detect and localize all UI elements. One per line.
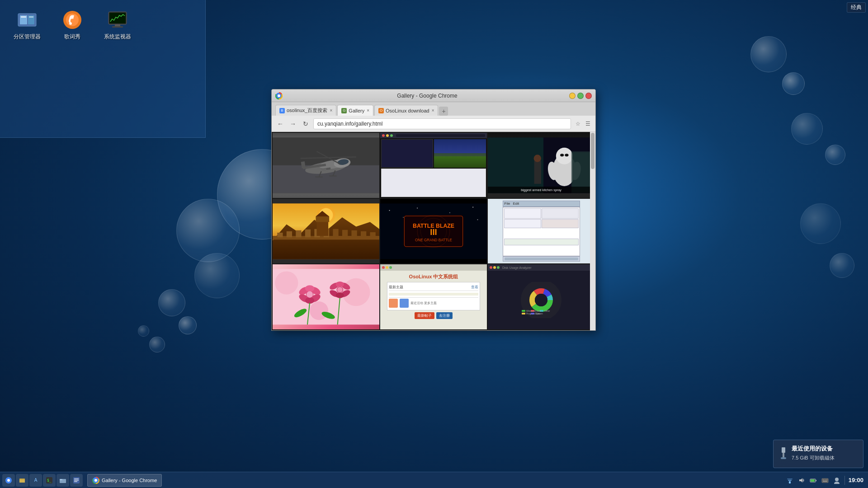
svg-text:Other: Other [544,310,550,312]
tab-baidu[interactable]: B osolinux_百度搜索 × [275,105,336,116]
svg-rect-121 [781,457,786,459]
close-button[interactable] [585,93,592,99]
back-button[interactable]: ← [275,119,285,129]
scrollbar-thumb[interactable] [591,133,594,169]
sysmon-label: 系统监视器 [104,33,131,41]
bubble-decor [138,325,149,337]
notification-title: 最近使用的设备 [792,445,835,453]
bubble-decor [176,199,240,262]
svg-point-89 [307,291,313,298]
user-tray-icon[interactable] [833,476,841,484]
svg-text:$_: $_ [47,479,52,483]
svg-rect-109 [522,310,525,312]
forward-button[interactable]: → [288,119,298,129]
start-button[interactable] [2,474,15,487]
svg-rect-137 [788,480,792,481]
svg-rect-50 [277,233,283,237]
gallery-item-forum[interactable]: OsoLinux 中文系统组 最新主题 查看 [380,264,487,329]
maximize-button[interactable] [577,93,584,99]
ime-indicator[interactable]: 经典 [847,2,866,13]
svg-rect-62 [316,216,329,222]
menu-icon[interactable]: ☰ [584,120,592,128]
bubble-decor [825,145,845,165]
svg-rect-125 [19,479,25,483]
tab-gallery-close[interactable]: × [367,108,369,113]
address-icons: ☆ ☰ [574,120,592,128]
svg-point-7 [69,22,72,25]
keyboard-tray-icon[interactable] [821,476,829,484]
tab-baidu-favicon: B [279,108,285,113]
svg-point-65 [389,210,390,211]
svg-marker-139 [799,478,802,483]
svg-point-68 [449,212,450,213]
taskbar-editor-button[interactable]: A [29,474,42,487]
tab-osolinux[interactable]: O OsoLinux download × [374,105,438,116]
gallery-item-flowers[interactable] [273,264,379,329]
svg-rect-138 [787,479,793,479]
new-tab-button[interactable]: + [439,107,448,116]
svg-rect-146 [826,479,827,480]
taskbar-terminal-button[interactable]: $_ [43,474,56,487]
bubble-decor [149,337,165,352]
svg-point-36 [565,154,568,156]
minimize-button[interactable] [569,93,576,99]
network-tray-icon[interactable] [786,476,794,484]
taskbar-files-button[interactable] [16,474,28,487]
desktop-icons: 分区管理器 歌词秀 [0,0,205,50]
notification-popup: 最近使用的设备 7.5 GiB 可卸载磁体 [773,440,863,468]
clock: 19:00 [849,477,863,483]
gallery-item-software[interactable]: FileEdit [488,199,594,264]
svg-rect-145 [825,479,826,480]
svg-point-96 [336,293,344,298]
svg-rect-141 [816,480,816,481]
bubble-decor [194,253,240,298]
battery-tray-icon[interactable] [809,476,817,484]
bookmark-icon[interactable]: ☆ [574,120,582,128]
tab-gallery[interactable]: G Gallery × [337,105,373,116]
desktop-icon-lyrics[interactable]: 歌词秀 [57,9,88,41]
gallery-item-helicopter[interactable] [273,133,379,198]
desktop-icon-sysmon[interactable]: 系统监视器 [102,9,133,41]
bubble-decor [179,316,197,334]
chrome-scrollbar[interactable] [590,132,595,330]
bubble-decor [791,113,823,145]
window-title: Gallery - Google Chrome [285,93,569,99]
svg-text:System: System [535,312,543,315]
svg-point-95 [336,282,344,287]
svg-point-88 [305,297,315,304]
chrome-addressbar: ← → ↻ cu.yanqian.info/gallery.html ☆ ☰ [272,116,595,132]
tab-osolinux-favicon: O [378,108,384,113]
gallery-item-movie[interactable]: biggest armed kitchen spray [488,133,594,198]
svg-text:III: III [430,227,437,237]
volume-tray-icon[interactable] [797,476,806,484]
tab-osolinux-close[interactable]: × [432,108,434,113]
svg-rect-136 [789,481,791,483]
svg-point-108 [535,294,547,306]
address-bar[interactable]: cu.yanqian.info/gallery.html [313,118,571,129]
sysmon-icon [107,9,128,31]
taskbar-left: A $_ [0,474,85,487]
tab-baidu-close[interactable]: × [330,108,332,113]
chrome-logo-icon [275,92,283,99]
taskbar-fm-button[interactable] [57,474,69,487]
taskbar-editor2-button[interactable] [70,474,83,487]
svg-rect-132 [74,480,79,481]
gallery-item-greatwall[interactable] [273,199,379,264]
reload-button[interactable]: ↻ [301,119,311,129]
svg-point-34 [556,148,573,164]
desktop: 经典 分区管理器 [0,0,868,488]
svg-point-13 [278,94,280,97]
svg-rect-58 [351,230,357,237]
desktop-icon-partition[interactable]: 分区管理器 [11,9,43,41]
gallery-content: biggest armed kitchen spray [272,132,595,330]
taskbar-chrome-button[interactable]: Gallery - Google Chrome [87,474,162,487]
svg-rect-110 [522,313,525,314]
svg-rect-143 [822,479,828,483]
svg-rect-59 [361,231,366,237]
taskbar-right: 19:00 [781,476,868,485]
gallery-item-game[interactable]: BATTLE BLAZE III ONE GRAND BATTLE [380,199,487,264]
gallery-item-screenshot[interactable] [380,133,487,198]
svg-point-81 [310,301,328,320]
gallery-item-diskusage[interactable]: Disk Usage Analyzer [488,264,594,329]
svg-point-35 [560,154,564,156]
